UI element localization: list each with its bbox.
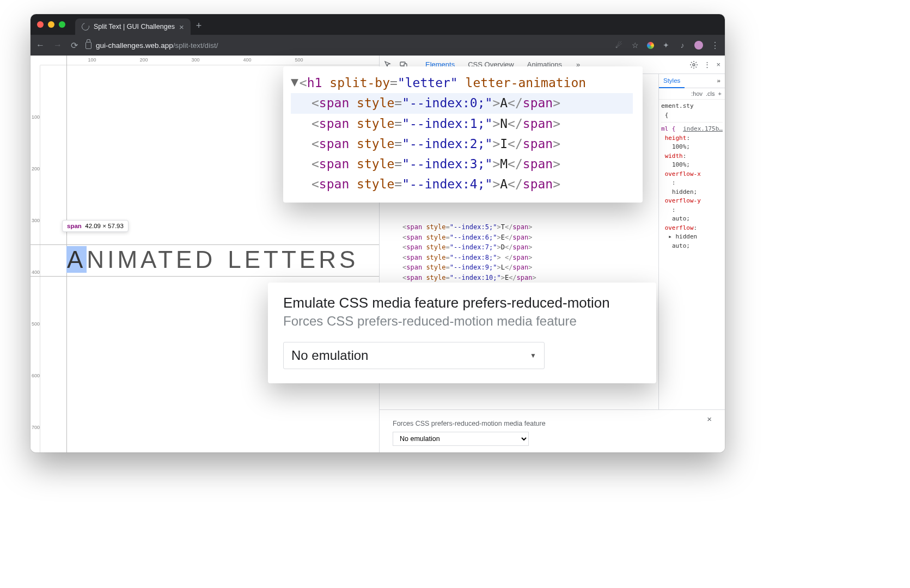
favicon-icon xyxy=(80,21,90,32)
translate-icon[interactable] xyxy=(614,41,623,50)
prefers-reduced-motion-select[interactable]: No emulation xyxy=(393,432,529,446)
source-link[interactable]: index.175b… xyxy=(683,125,723,134)
rendering-drawer: × Forces CSS prefers-reduced-motion medi… xyxy=(380,409,725,452)
zoom-rendering-callout: Emulate CSS media feature prefers-reduce… xyxy=(268,283,656,383)
url-host: gui-challenges.web.app xyxy=(96,41,173,50)
toolbar-icons xyxy=(614,41,719,50)
dom-node[interactable]: <span style="--index:5;">T</span> xyxy=(380,222,658,232)
browser-tab[interactable]: Split Text | GUI Challenges × xyxy=(75,19,191,35)
kebab-icon[interactable]: ⋮ xyxy=(704,60,711,69)
tab-close-icon[interactable]: × xyxy=(179,22,184,32)
styles-panel[interactable]: Styles » :hov .cls + ement.sty { index.1… xyxy=(658,74,725,409)
settings-icon[interactable] xyxy=(689,60,698,69)
drawer-subtitle: Forces CSS prefers-reduced-motion media … xyxy=(393,420,712,427)
devtools-close-icon[interactable]: × xyxy=(716,60,720,69)
menu-icon[interactable] xyxy=(711,41,719,50)
svg-point-2 xyxy=(693,64,695,66)
zoom-elements-callout: ▼<h1 split-by="letter" letter-animation … xyxy=(283,66,643,203)
dom-node[interactable]: <span style="--index:6;">E</span> xyxy=(380,232,658,243)
reload-button[interactable]: ⟳ xyxy=(71,40,78,51)
maximize-icon[interactable] xyxy=(59,21,65,28)
dom-node[interactable]: <span style="--index:8;"> </span> xyxy=(380,253,658,263)
window-controls xyxy=(37,21,65,28)
media-icon[interactable] xyxy=(678,41,687,50)
lock-icon xyxy=(85,42,91,49)
hov-toggle[interactable]: :hov xyxy=(691,90,703,97)
omnibox[interactable]: gui-challenges.web.app/split-text/dist/ xyxy=(85,41,607,50)
bookmark-icon[interactable] xyxy=(631,41,639,50)
style-rules: ement.sty { index.175b… ml { height: 100… xyxy=(659,100,725,253)
more-styles-tabs-icon[interactable]: » xyxy=(713,74,725,88)
dom-node[interactable]: <span style="--index:9;">L</span> xyxy=(380,262,658,273)
inspect-tooltip: span 42.09 × 57.93 xyxy=(62,220,129,232)
new-tab-button[interactable]: + xyxy=(196,20,202,32)
extension-color-icon[interactable] xyxy=(647,42,654,49)
page-heading: ANIMATEDLETTERS xyxy=(66,246,358,273)
cls-toggle[interactable]: .cls xyxy=(706,90,715,97)
tooltip-tag: span xyxy=(67,223,82,229)
minimize-icon[interactable] xyxy=(48,21,54,28)
guide-line xyxy=(30,276,379,277)
ruler-horizontal: 100200300400500 xyxy=(40,56,379,65)
extensions-icon[interactable] xyxy=(662,41,670,50)
ruler-vertical: 100200300400500600700800 xyxy=(30,65,40,452)
rendering-select[interactable]: No emulation xyxy=(283,342,545,369)
dom-node[interactable]: <span style="--index:10;">E</span> xyxy=(380,273,658,283)
guide-line xyxy=(30,244,379,245)
forward-button[interactable]: → xyxy=(53,40,62,51)
styles-tab[interactable]: Styles xyxy=(659,74,685,88)
new-rule-button[interactable]: + xyxy=(718,90,722,97)
tab-title: Split Text | GUI Challenges xyxy=(94,23,175,30)
rendering-title: Emulate CSS media feature prefers-reduce… xyxy=(283,295,641,311)
back-button[interactable]: ← xyxy=(36,40,45,51)
profile-avatar[interactable] xyxy=(694,41,703,50)
tab-strip: Split Text | GUI Challenges × + xyxy=(30,14,725,35)
dom-node[interactable]: <span style="--index:7;">D</span> xyxy=(380,242,658,253)
close-icon[interactable] xyxy=(37,21,44,28)
tooltip-dims: 42.09 × 57.93 xyxy=(85,223,124,229)
url-path: /split-text/dist/ xyxy=(173,41,218,50)
drawer-close-icon[interactable]: × xyxy=(707,414,712,424)
address-bar: ← → ⟳ gui-challenges.web.app/split-text/… xyxy=(30,35,725,56)
rendering-subtitle: Forces CSS prefers-reduced-motion media … xyxy=(283,314,641,329)
